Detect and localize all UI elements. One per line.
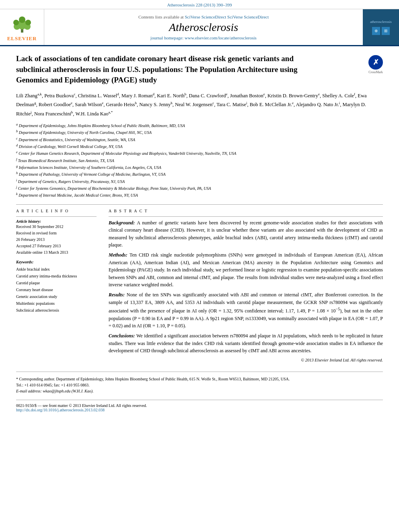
- results-label: Results:: [109, 292, 127, 298]
- affiliation-d: d Division of Cardiology, Weill Cornell …: [16, 143, 383, 150]
- article-history-label: Article history:: [16, 219, 97, 224]
- affiliation-e: e Center for Human Genetics Research, De…: [16, 150, 383, 156]
- svg-point-5: [25, 20, 31, 25]
- sciverse-text: Contents lists available at SciVerse Sci…: [138, 14, 269, 19]
- abstract-divider: [109, 216, 383, 217]
- footer-bottom: 0021-9150/$ — see front matter © 2013 El…: [16, 400, 383, 412]
- footer-email-label: E-mail address:: [16, 389, 43, 393]
- keyword-4: Coronary heart disease: [16, 286, 97, 293]
- journal-title-text: Atherosclerosis: [169, 21, 238, 34]
- crossmark-label: CrossMark: [368, 70, 383, 74]
- methods-label: Methods:: [109, 252, 130, 258]
- keyword-1: Ankle brachial index: [16, 266, 97, 273]
- elsevier-tree-icon: [8, 12, 36, 35]
- affiliations-section: a Department of Epidemiology, Johns Hopk…: [16, 122, 383, 199]
- background-label: Background:: [109, 220, 137, 226]
- keyword-2: Carotid artery intima-media thickness: [16, 273, 97, 279]
- journal-ref-text: Atherosclerosis 228 (2013) 390–399: [167, 2, 232, 7]
- affiliation-f: f Texas Biomedical Research Institute, S…: [16, 157, 383, 164]
- date-online: Available online 13 March 2013: [16, 249, 97, 256]
- title-row: Lack of associations of ten candidate co…: [16, 53, 383, 91]
- journal-center-header: Contents lists available at SciVerse Sci…: [44, 9, 363, 45]
- abstract-text: Background: A number of genetic variants…: [109, 219, 383, 364]
- svg-point-4: [13, 20, 19, 25]
- keyword-5: Genetic association study: [16, 293, 97, 300]
- article-title: Lack of associations of ten candidate co…: [16, 53, 318, 86]
- abstract-col: A B S T R A C T Background: A number of …: [109, 209, 383, 364]
- affiliation-a: a Department of Epidemiology, Johns Hopk…: [16, 122, 383, 129]
- journal-icon-1: ⊕: [372, 27, 380, 35]
- elsevier-logo: ELSEVIER: [7, 12, 37, 42]
- keyword-6: Multiethnic populations: [16, 300, 97, 307]
- main-content-area: Lack of associations of ten candidate co…: [0, 46, 399, 420]
- affiliation-b: b Department of Epidemiology, University…: [16, 129, 383, 136]
- abstract-heading: A B S T R A C T: [109, 209, 383, 213]
- abstract-copyright: © 2013 Elsevier Ireland Ltd. All rights …: [109, 357, 383, 364]
- keywords-label: Keywords:: [16, 260, 97, 264]
- article-info-col: A R T I C L E I N F O Article history: R…: [16, 209, 97, 364]
- affiliation-c: c Department of Biostatistics, Universit…: [16, 136, 383, 143]
- keyword-3: Carotid plaque: [16, 279, 97, 286]
- date-accepted: Accepted 27 February 2013: [16, 243, 97, 249]
- results-text: None of the ten SNPs was significantly a…: [109, 292, 383, 329]
- journal-icons-area: ⊕ ⊞: [372, 27, 390, 35]
- affiliation-i: i Department of Genetics, Rutgers Univer…: [16, 178, 383, 185]
- article-info-heading: A R T I C L E I N F O: [16, 209, 97, 213]
- abstract-conclusions: Conclusions: We identified a significant…: [109, 332, 383, 355]
- affiliation-k: k Department of Internal Medicine, Jacob…: [16, 192, 383, 198]
- footer-area: * Corresponding author. Department of Ep…: [16, 372, 383, 412]
- corresponding-note: * Corresponding author. Department of Ep…: [16, 376, 383, 394]
- date-revised-label: Received in revised form: [16, 230, 97, 236]
- journal-header: ELSEVIER Contents lists available at Sci…: [0, 9, 399, 46]
- footer-email-value: wkao@jhsph.edu (W.H.J. Kao).: [43, 389, 93, 393]
- affiliation-g: g Information Sciences Institute, Univer…: [16, 164, 383, 170]
- journal-reference-bar: Atherosclerosis 228 (2013) 390–399: [0, 0, 399, 9]
- journal-abbr-text: atherosclerosis: [370, 19, 391, 25]
- issn-text: 0021-9150/$ — see front matter © 2013 El…: [16, 403, 383, 408]
- keywords-list: Ankle brachial index Carotid artery inti…: [16, 266, 97, 314]
- elsevier-brand-label: ELSEVIER: [7, 35, 37, 42]
- crossmark-widget[interactable]: ✗ CrossMark: [368, 55, 383, 74]
- abstract-results: Results: None of the ten SNPs was signif…: [109, 291, 383, 330]
- sciverse-link-text[interactable]: SciVerse ScienceDirect: [185, 14, 226, 19]
- conclusions-label: Conclusions:: [109, 333, 136, 339]
- abstract-background: Background: A number of genetic variants…: [109, 219, 383, 249]
- methods-text: Ten CHD risk single nucleotide polymorph…: [109, 252, 383, 288]
- affiliation-h: h Department of Pathology, University of…: [16, 171, 383, 177]
- crossmark-icon: ✗: [368, 55, 383, 70]
- elsevier-logo-area: ELSEVIER: [0, 9, 44, 45]
- date-revised: 26 February 2013: [16, 236, 97, 243]
- abstract-methods: Methods: Ten CHD risk single nucleotide …: [109, 251, 383, 289]
- keyword-7: Subclinical atherosclerosis: [16, 307, 97, 314]
- article-dates: Received 30 September 2012 Received in r…: [16, 224, 97, 256]
- date-received: Received 30 September 2012: [16, 224, 97, 230]
- background-text: A number of genetic variants have been d…: [109, 220, 383, 248]
- conclusions-text: We identified a significant association …: [109, 333, 383, 353]
- article-info-divider: [16, 216, 97, 217]
- article-body-two-col: A R T I C L E I N F O Article history: R…: [16, 209, 383, 364]
- svg-point-6: [19, 16, 25, 23]
- footer-tel: Tel.: +1 410 614 0945; fax: +1 410 955 0…: [16, 383, 90, 387]
- journal-homepage-text: journal homepage: www.elsevier.com/locat…: [150, 35, 257, 40]
- affiliation-j: j Center for Systems Genomics, Departmen…: [16, 185, 383, 191]
- section-divider-1: [16, 204, 383, 205]
- authors-section: Lili Zhanga,k, Petra Buzkovac, Christina…: [16, 91, 383, 118]
- doi-link[interactable]: http://dx.doi.org/10.1016/j.atherosclero…: [16, 408, 383, 412]
- journal-icon-2: ⊞: [382, 27, 390, 35]
- corresponding-text: * Corresponding author. Department of Ep…: [16, 377, 290, 381]
- journal-right-panel: atherosclerosis ⊕ ⊞: [363, 9, 399, 45]
